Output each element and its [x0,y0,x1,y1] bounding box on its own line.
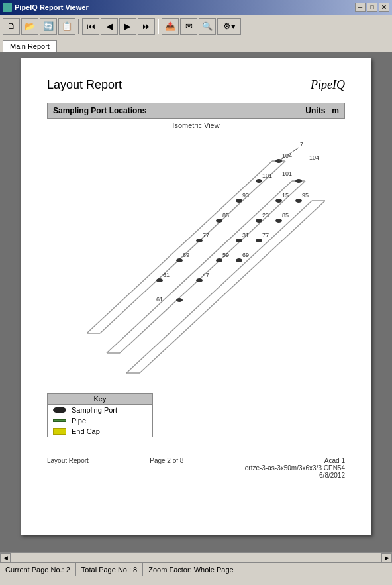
svg-line-9 [140,201,325,373]
units-display: Units m [305,106,339,115]
app-icon [3,3,12,12]
hscroll-right-button[interactable]: ▶ [381,553,392,562]
toolbar-first-button[interactable]: ⏮ [82,18,99,35]
svg-text:101: 101 [262,172,272,179]
status-bar: Current Page No.: 2 Total Page No.: 8 Zo… [0,562,392,576]
svg-point-39 [176,298,183,302]
legend-item-endcap: End Cap [48,426,152,437]
legend-item-port: Sampling Port [48,405,152,415]
isometric-view-label: Isometric View [47,121,345,129]
report-header: Layout Report PipeIQ [47,78,345,92]
close-button[interactable]: ✕ [379,3,389,12]
legend-endcap-label: End Cap [72,427,100,435]
svg-point-29 [275,199,282,203]
toolbar: 🗋 📂 🔄 📋 ⏮ ◀ ▶ ⏭ 📤 ✉ 🔍 ⚙▾ [0,15,392,38]
hscroll-track[interactable] [11,554,381,562]
horizontal-scrollbar[interactable]: ◀ ▶ [0,552,392,562]
legend-title: Key [48,394,152,405]
svg-text:95: 95 [302,192,309,199]
hscroll-left-button[interactable]: ◀ [0,553,11,562]
units-value: m [332,106,339,115]
report-footer: Layout Report Page 2 of 8 Acad 1 ertze-3… [47,457,345,479]
svg-text:77: 77 [203,232,209,239]
status-current-page: Current Page No.: 2 [0,563,76,576]
svg-point-16 [216,219,222,223]
toolbar-open-button[interactable]: 📂 [21,18,38,35]
tab-main-report[interactable]: Main Report [3,40,57,52]
report-page: Layout Report PipeIQ Sampling Port Locat… [21,58,371,535]
svg-point-20 [176,258,183,262]
svg-point-18 [196,239,203,242]
svg-line-5 [120,181,305,353]
legend-item-pipe: Pipe [48,415,152,426]
footer-date: 6/8/2012 [245,472,345,479]
toolbar-prev-button[interactable]: ◀ [101,18,118,35]
footer-page-number: Page 2 of 8 [150,457,183,479]
section-title: Sampling Port Locations [53,106,146,115]
svg-text:104: 104 [309,154,319,161]
footer-acad: Acad 1 [245,457,345,464]
svg-text:69: 69 [242,252,249,258]
svg-point-43 [275,219,282,223]
toolbar-extra-button[interactable]: 📋 [58,18,75,35]
svg-text:31: 31 [242,232,249,239]
svg-point-37 [196,278,203,282]
toolbar-email-button[interactable]: ✉ [180,18,197,35]
svg-line-4 [107,181,292,353]
svg-text:61: 61 [156,296,163,303]
toolbar-separator-2 [158,19,159,34]
svg-text:93: 93 [242,192,249,199]
title-bar: PipeIQ Report Viewer ─ □ ✕ [0,0,392,15]
main-content-area[interactable]: Layout Report PipeIQ Sampling Port Locat… [0,52,392,552]
units-label: Units [305,106,325,115]
endcap-symbol [53,428,66,435]
toolbar-refresh-button[interactable]: 🔄 [40,18,57,35]
svg-point-45 [256,239,262,242]
toolbar-search-button[interactable]: 🔍 [199,18,216,35]
legend-pipe-label: Pipe [72,417,86,425]
svg-point-14 [236,199,242,203]
isometric-svg: 104 101 93 85 77 69 61 7 104 101 [47,134,345,386]
svg-text:47: 47 [203,272,209,278]
footer-report-name: Layout Report [47,457,89,479]
svg-text:85: 85 [222,212,229,219]
port-101 [256,179,262,183]
maximize-button[interactable]: □ [367,3,377,12]
svg-text:59: 59 [222,252,229,258]
toolbar-last-button[interactable]: ⏭ [138,18,155,35]
svg-point-22 [156,278,163,282]
svg-line-8 [126,201,312,373]
footer-right: Acad 1 ertze-3-as-3x50m/3x6x3/3 CEN54 6/… [245,457,345,479]
footer-project: ertze-3-as-3x50m/3x6x3/3 CEN54 [245,464,345,472]
toolbar-next-button[interactable]: ▶ [119,18,136,35]
svg-text:101: 101 [282,170,292,177]
svg-point-27 [295,179,302,183]
svg-line-0 [87,161,272,333]
toolbar-export-button[interactable]: 📤 [162,18,179,35]
isometric-diagram: 104 101 93 85 77 69 61 7 104 101 [47,134,345,386]
toolbar-new-button[interactable]: 🗋 [3,18,20,35]
svg-text:15: 15 [282,192,289,199]
window-title: PipeIQ Report Viewer [15,3,89,11]
tabs-bar: Main Report [0,38,392,52]
svg-line-1 [100,161,285,333]
svg-text:7: 7 [300,141,303,148]
svg-text:69: 69 [183,252,189,258]
report-title: Layout Report [47,78,122,92]
svg-text:77: 77 [262,232,269,239]
svg-text:85: 85 [282,212,289,219]
status-total-page: Total Page No.: 8 [76,563,143,576]
pipe-symbol [53,419,66,422]
status-zoom: Zoom Factor: Whole Page [143,563,392,576]
minimize-button[interactable]: ─ [355,3,366,12]
svg-point-31 [256,219,262,223]
svg-point-33 [236,239,242,242]
legend-box: Key Sampling Port Pipe End Cap [47,393,153,437]
toolbar-settings-button[interactable]: ⚙▾ [217,18,241,35]
title-bar-controls[interactable]: ─ □ ✕ [355,3,389,12]
legend-port-label: Sampling Port [72,406,117,414]
svg-point-35 [216,258,222,262]
title-bar-left: PipeIQ Report Viewer [3,3,89,12]
report-brand: PipeIQ [311,78,345,92]
svg-text:61: 61 [163,272,170,278]
